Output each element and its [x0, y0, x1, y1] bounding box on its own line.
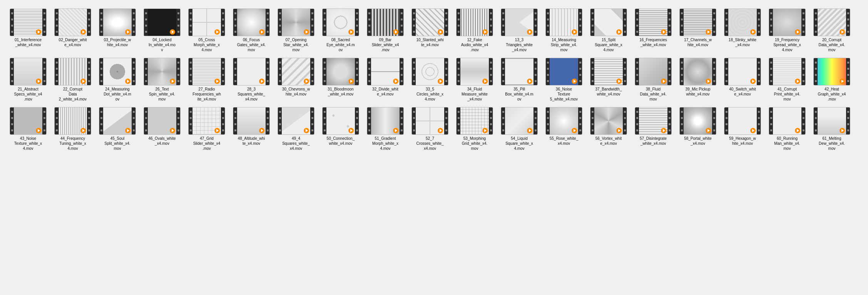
film-holes-right [42, 9, 46, 36]
file-item-54[interactable]: 54_Liquid Square_white_x 4.mov [498, 106, 540, 153]
file-item-41[interactable]: 41_Corrupt Print_white_x4. mov [766, 56, 808, 103]
file-item-47[interactable]: 47_Grid Slider_white_x4 .mov [186, 106, 228, 153]
file-item-43[interactable]: 43_Noise Texture_white_x 4.mov [7, 106, 49, 153]
play-badge [304, 29, 309, 35]
file-item-21[interactable]: 21_Abstract Specs_white_x4 .mov [7, 56, 49, 103]
file-item-3[interactable]: 03_Projectile_w hite_x4.mov [96, 7, 139, 54]
file-item-34[interactable]: 34_Fluid Measure_white _x4.mov [453, 56, 496, 103]
file-item-37[interactable]: 37_Bandwidth_ white_x4.mov [587, 56, 630, 103]
file-item-46[interactable]: 46_Ovals_white _x4.mov [141, 106, 183, 153]
film-holes-left [501, 9, 505, 36]
file-item-6[interactable]: 06_Focus Gates_white_x4. mov [230, 7, 273, 54]
file-item-4[interactable]: 04_Locked In_white_x4.mo v [141, 7, 183, 54]
thumbnail [813, 58, 850, 85]
file-item-31[interactable]: 31_Bloodmoon _white_x4.mov [319, 56, 362, 103]
file-item-20[interactable]: 20_Corrupt Data_white_x4. mov [811, 7, 853, 54]
file-item-50[interactable]: 50_Connection_ white_x4.mov [319, 106, 362, 153]
file-item-42[interactable]: 42_Heat Graph_white_x4 .mov [811, 56, 853, 103]
film-holes-left [680, 58, 684, 85]
thumbnail [501, 58, 538, 85]
file-item-40[interactable]: 40_Switch_whit e_x4.mov [721, 56, 764, 103]
file-item-45[interactable]: 45_Soul Split_white_x4. mov [96, 106, 139, 153]
film-holes-left [457, 9, 460, 36]
file-label: 19_Frequency Spread_white_x 4.mov [773, 37, 801, 52]
play-badge [259, 29, 264, 35]
film-holes-left [278, 58, 282, 85]
film-holes-left [278, 107, 282, 134]
file-label: 07_Opening Star_white_x4. mov [283, 37, 309, 52]
file-item-24[interactable]: 24_Measuring Dot_white_x4.m ov [96, 56, 139, 103]
thumbnail [679, 8, 716, 36]
file-item-33[interactable]: 33_5 Circles_white_x 4.mov [409, 56, 451, 103]
thumbnail [724, 107, 761, 135]
film-holes-right [667, 9, 671, 36]
file-item-28[interactable]: 28_3 Squares_white_ x4.mov [230, 56, 273, 103]
play-badge [259, 128, 264, 133]
file-item-57[interactable]: 57_Disintegrate _white_x4.mov [632, 106, 674, 153]
file-item-44[interactable]: 44_Frequency Tuning_white_x 4.mov [52, 106, 94, 153]
file-item-12[interactable]: 12_Fake Audio_white_x4 .mov [453, 7, 496, 54]
file-label: 01_Interference _white_x4.mov [15, 37, 42, 47]
file-item-35[interactable]: 35_Pill Box_white_x4.m ov [498, 56, 540, 103]
thumbnail [188, 58, 225, 85]
file-item-16[interactable]: 16_Frequencies _white_x4.mov [632, 7, 674, 54]
file-item-1[interactable]: 01_Interference _white_x4.mov [7, 7, 49, 54]
film-holes-right [266, 9, 269, 36]
file-item-58[interactable]: 58_Portal_white _x4.mov [677, 106, 719, 153]
file-item-56[interactable]: 56_Vortex_whit e_x4.mov [587, 106, 630, 153]
file-label: 18_Slinky_white _x4.mov [729, 37, 756, 47]
file-item-30[interactable]: 30_Chevrons_w hite_x4.mov [275, 56, 317, 103]
play-badge [572, 79, 577, 84]
file-item-39[interactable]: 39_Mic Pickup white_x4.mov [677, 56, 719, 103]
file-item-61[interactable]: 61_Melting Dew_white_x4. mov [811, 106, 853, 153]
file-item-19[interactable]: 19_Frequency Spread_white_x 4.mov [766, 7, 808, 54]
play-badge [706, 29, 711, 35]
play-badge [438, 29, 443, 35]
thumbnail [545, 58, 582, 85]
file-item-13[interactable]: 13_3 Triangles_white _x4.mov [498, 7, 540, 54]
file-label: 22_Corrupt Data 2_white_x4.mov [59, 87, 87, 102]
file-item-26[interactable]: 26_Text Spin_white_x4. mov [141, 56, 183, 103]
file-item-36[interactable]: 36_Noise Texture 5_white_x4.mov [543, 56, 585, 103]
file-item-27[interactable]: 27_Radio Frequencies_wh ite_x4.mov [186, 56, 228, 103]
file-label: 21_Abstract Specs_white_x4 .mov [14, 87, 42, 102]
file-label: 06_Focus Gates_white_x4. mov [237, 37, 266, 52]
play-badge [80, 79, 86, 84]
film-holes-right [757, 58, 761, 85]
file-item-9[interactable]: 09_Bar Slider_white_x4 .mov [364, 7, 406, 54]
file-item-15[interactable]: 15_Split Square_white_x 4.mov [587, 7, 630, 54]
play-badge [36, 128, 41, 133]
file-item-8[interactable]: 08_Sacred Eye_white_x4.m ov [319, 7, 362, 54]
file-item-51[interactable]: 51_Gradient Morph_white_x 4.mov [364, 106, 406, 153]
file-item-32[interactable]: 32_Divide_whit e_x4.mov [364, 56, 406, 103]
thumbnail [188, 8, 225, 36]
file-item-48[interactable]: 48_Altitude_whi te_x4.mov [230, 106, 273, 153]
film-holes-left [814, 9, 818, 36]
file-item-55[interactable]: 55_Rose_white_ x4.mov [543, 106, 585, 153]
film-holes-left [769, 58, 773, 85]
play-badge [36, 29, 41, 35]
file-item-38[interactable]: 38_Fluid Data_white_x4. mov [632, 56, 674, 103]
file-item-59[interactable]: 59_Hexagon_w hite_x4.mov [721, 106, 764, 153]
file-item-53[interactable]: 53_Morphing Grid_white_x4. mov [453, 106, 496, 153]
file-item-5[interactable]: 05_Cross Morph_white_x 4.mov [186, 7, 228, 54]
file-item-18[interactable]: 18_Slinky_white _x4.mov [721, 7, 764, 54]
file-label: 40_Switch_whit e_x4.mov [729, 87, 756, 97]
thumbnail [679, 107, 716, 135]
play-badge [661, 79, 666, 84]
play-badge [214, 29, 220, 35]
film-holes-left [233, 58, 237, 85]
file-item-17[interactable]: 17_Channels_w hite_x4.mov [677, 7, 719, 54]
thumbnail [813, 107, 850, 135]
file-item-52[interactable]: 52_7 Crosses_white_ x4.mov [409, 106, 451, 153]
file-item-22[interactable]: 22_Corrupt Data 2_white_x4.mov [52, 56, 94, 103]
file-item-7[interactable]: 07_Opening Star_white_x4. mov [275, 7, 317, 54]
file-label: 51_Gradient Morph_white_x 4.mov [372, 136, 398, 151]
film-holes-right [310, 9, 314, 36]
file-item-10[interactable]: 10_Slanted_whi te_x4.mov [409, 7, 451, 54]
file-item-60[interactable]: 60_Running Man_white_x4. mov [766, 106, 808, 153]
file-item-2[interactable]: 02_Danger_whit e_x4.mov [52, 7, 94, 54]
file-item-49[interactable]: 49_4 Squares_white_ x4.mov [275, 106, 317, 153]
file-label: 60_Running Man_white_x4. mov [774, 136, 800, 151]
file-item-14[interactable]: 14_Measuring Strip_white_x4. mov [543, 7, 585, 54]
